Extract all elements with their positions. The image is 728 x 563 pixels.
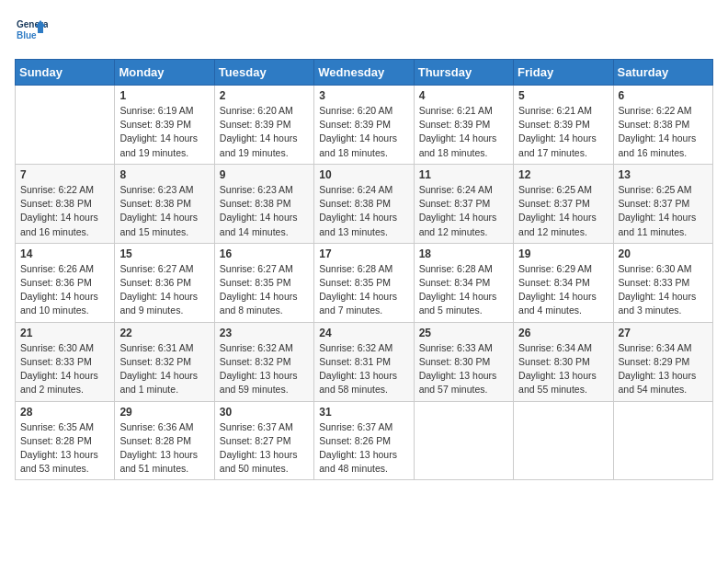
calendar-week-row: 14Sunrise: 6:26 AM Sunset: 8:36 PM Dayli… [16,243,713,322]
calendar-cell: 23Sunrise: 6:32 AM Sunset: 8:32 PM Dayli… [214,322,313,401]
logo: General Blue [15,15,48,48]
calendar-cell: 27Sunrise: 6:34 AM Sunset: 8:29 PM Dayli… [613,322,712,401]
day-number: 15 [119,247,209,260]
weekday-header-friday: Friday [514,60,613,86]
calendar-cell: 18Sunrise: 6:28 AM Sunset: 8:34 PM Dayli… [414,243,513,322]
calendar-week-row: 1Sunrise: 6:19 AM Sunset: 8:39 PM Daylig… [16,86,713,165]
calendar-cell: 29Sunrise: 6:36 AM Sunset: 8:28 PM Dayli… [115,401,214,480]
calendar-cell: 19Sunrise: 6:29 AM Sunset: 8:34 PM Dayli… [514,243,613,322]
day-number: 8 [119,168,209,181]
calendar-cell [613,401,712,480]
day-info: Sunrise: 6:20 AM Sunset: 8:39 PM Dayligh… [220,104,309,160]
day-info: Sunrise: 6:20 AM Sunset: 8:39 PM Dayligh… [319,104,408,160]
day-info: Sunrise: 6:34 AM Sunset: 8:29 PM Dayligh… [619,341,708,397]
day-number: 29 [119,406,209,419]
calendar-cell [16,86,115,165]
svg-text:Blue: Blue [17,30,37,40]
page-header: General Blue [15,15,713,48]
day-info: Sunrise: 6:30 AM Sunset: 8:33 PM Dayligh… [619,262,708,318]
day-number: 25 [419,327,508,339]
calendar-cell: 11Sunrise: 6:24 AM Sunset: 8:37 PM Dayli… [414,164,513,243]
calendar-cell: 26Sunrise: 6:34 AM Sunset: 8:30 PM Dayli… [514,322,613,401]
day-info: Sunrise: 6:25 AM Sunset: 8:37 PM Dayligh… [619,183,708,239]
day-number: 9 [220,168,309,181]
calendar-cell: 31Sunrise: 6:37 AM Sunset: 8:26 PM Dayli… [314,401,414,480]
day-number: 7 [20,168,109,181]
calendar-cell [414,401,513,480]
day-info: Sunrise: 6:22 AM Sunset: 8:38 PM Dayligh… [20,183,109,239]
day-number: 23 [220,327,309,339]
day-info: Sunrise: 6:37 AM Sunset: 8:27 PM Dayligh… [220,420,309,477]
day-info: Sunrise: 6:27 AM Sunset: 8:36 PM Dayligh… [119,262,209,318]
day-number: 5 [518,89,608,102]
day-info: Sunrise: 6:29 AM Sunset: 8:34 PM Dayligh… [518,262,608,318]
day-info: Sunrise: 6:21 AM Sunset: 8:39 PM Dayligh… [419,104,508,160]
calendar-cell: 22Sunrise: 6:31 AM Sunset: 8:32 PM Dayli… [115,322,214,401]
day-info: Sunrise: 6:32 AM Sunset: 8:32 PM Dayligh… [220,341,309,397]
day-info: Sunrise: 6:22 AM Sunset: 8:38 PM Dayligh… [619,104,708,160]
calendar-cell: 1Sunrise: 6:19 AM Sunset: 8:39 PM Daylig… [115,86,214,165]
calendar-cell: 17Sunrise: 6:28 AM Sunset: 8:35 PM Dayli… [314,243,414,322]
calendar-cell: 6Sunrise: 6:22 AM Sunset: 8:38 PM Daylig… [613,86,712,165]
calendar-cell: 13Sunrise: 6:25 AM Sunset: 8:37 PM Dayli… [613,164,712,243]
calendar-cell: 14Sunrise: 6:26 AM Sunset: 8:36 PM Dayli… [16,243,115,322]
day-info: Sunrise: 6:33 AM Sunset: 8:30 PM Dayligh… [419,341,508,397]
day-number: 1 [119,89,209,102]
calendar-cell: 28Sunrise: 6:35 AM Sunset: 8:28 PM Dayli… [16,401,115,480]
calendar-cell: 9Sunrise: 6:23 AM Sunset: 8:38 PM Daylig… [214,164,313,243]
day-number: 12 [518,168,608,181]
day-number: 17 [319,247,408,260]
weekday-header-sunday: Sunday [16,60,115,86]
calendar-cell: 2Sunrise: 6:20 AM Sunset: 8:39 PM Daylig… [214,86,313,165]
day-info: Sunrise: 6:30 AM Sunset: 8:33 PM Dayligh… [20,341,109,397]
weekday-header-monday: Monday [115,60,214,86]
day-number: 18 [419,247,508,260]
day-number: 16 [220,247,309,260]
calendar-cell: 3Sunrise: 6:20 AM Sunset: 8:39 PM Daylig… [314,86,414,165]
calendar-cell: 16Sunrise: 6:27 AM Sunset: 8:35 PM Dayli… [214,243,313,322]
day-info: Sunrise: 6:35 AM Sunset: 8:28 PM Dayligh… [20,420,109,477]
calendar-cell: 25Sunrise: 6:33 AM Sunset: 8:30 PM Dayli… [414,322,513,401]
day-info: Sunrise: 6:37 AM Sunset: 8:26 PM Dayligh… [319,420,408,477]
day-number: 13 [619,168,708,181]
day-info: Sunrise: 6:24 AM Sunset: 8:37 PM Dayligh… [419,183,508,239]
day-info: Sunrise: 6:23 AM Sunset: 8:38 PM Dayligh… [119,183,209,239]
logo-svg: General Blue [15,15,48,48]
calendar-cell: 4Sunrise: 6:21 AM Sunset: 8:39 PM Daylig… [414,86,513,165]
day-info: Sunrise: 6:28 AM Sunset: 8:35 PM Dayligh… [319,262,408,318]
day-number: 14 [20,247,109,260]
day-number: 6 [619,89,708,102]
day-info: Sunrise: 6:21 AM Sunset: 8:39 PM Dayligh… [518,104,608,160]
day-number: 2 [220,89,309,102]
calendar-cell: 30Sunrise: 6:37 AM Sunset: 8:27 PM Dayli… [214,401,313,480]
day-number: 21 [20,327,109,339]
day-info: Sunrise: 6:25 AM Sunset: 8:37 PM Dayligh… [518,183,608,239]
calendar-cell: 8Sunrise: 6:23 AM Sunset: 8:38 PM Daylig… [115,164,214,243]
day-info: Sunrise: 6:27 AM Sunset: 8:35 PM Dayligh… [220,262,309,318]
day-number: 4 [419,89,508,102]
calendar-cell: 21Sunrise: 6:30 AM Sunset: 8:33 PM Dayli… [16,322,115,401]
weekday-header-saturday: Saturday [613,60,712,86]
day-info: Sunrise: 6:26 AM Sunset: 8:36 PM Dayligh… [20,262,109,318]
day-info: Sunrise: 6:36 AM Sunset: 8:28 PM Dayligh… [119,420,209,477]
calendar-cell [514,401,613,480]
day-number: 24 [319,327,408,339]
day-number: 22 [119,327,209,339]
calendar-week-row: 7Sunrise: 6:22 AM Sunset: 8:38 PM Daylig… [16,164,713,243]
day-info: Sunrise: 6:31 AM Sunset: 8:32 PM Dayligh… [119,341,209,397]
weekday-header-thursday: Thursday [414,60,513,86]
day-number: 20 [619,247,708,260]
day-info: Sunrise: 6:19 AM Sunset: 8:39 PM Dayligh… [119,104,209,160]
calendar-table: SundayMondayTuesdayWednesdayThursdayFrid… [15,59,713,480]
day-number: 28 [20,406,109,419]
calendar-cell: 24Sunrise: 6:32 AM Sunset: 8:31 PM Dayli… [314,322,414,401]
day-number: 26 [518,327,608,339]
calendar-week-row: 28Sunrise: 6:35 AM Sunset: 8:28 PM Dayli… [16,401,713,480]
calendar-cell: 7Sunrise: 6:22 AM Sunset: 8:38 PM Daylig… [16,164,115,243]
calendar-cell: 5Sunrise: 6:21 AM Sunset: 8:39 PM Daylig… [514,86,613,165]
day-info: Sunrise: 6:24 AM Sunset: 8:38 PM Dayligh… [319,183,408,239]
day-info: Sunrise: 6:32 AM Sunset: 8:31 PM Dayligh… [319,341,408,397]
day-info: Sunrise: 6:23 AM Sunset: 8:38 PM Dayligh… [220,183,309,239]
day-number: 3 [319,89,408,102]
day-number: 30 [220,406,309,419]
